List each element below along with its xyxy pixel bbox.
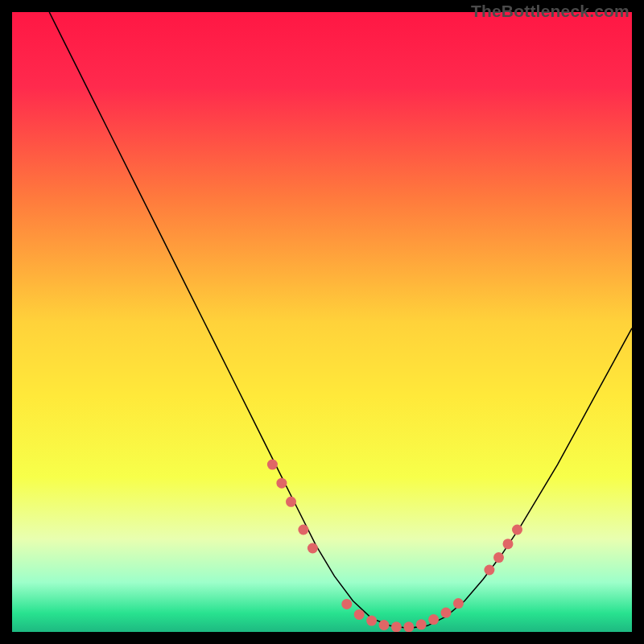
marker-dot [308, 543, 318, 554]
marker-dot [267, 460, 278, 470]
marker-dot [354, 609, 365, 620]
chart-area [12, 12, 632, 632]
chart-svg [12, 12, 632, 632]
marker-dot [453, 598, 464, 609]
marker-dot [403, 621, 414, 632]
marker-dot [341, 599, 352, 609]
marker-dot [512, 525, 522, 535]
marker-dot [416, 619, 427, 630]
marker-dot [379, 620, 390, 630]
marker-dot [484, 565, 494, 576]
marker-dot [286, 497, 296, 507]
marker-dot [391, 621, 402, 632]
marker-dot [298, 525, 308, 535]
marker-dot [366, 616, 377, 626]
marker-dot [503, 539, 514, 549]
marker-dot [428, 614, 439, 625]
marker-dot [276, 478, 287, 489]
marker-dot [441, 608, 452, 618]
gradient-bg [12, 12, 632, 632]
watermark-text: TheBottleneck.com [471, 2, 630, 21]
marker-dot [493, 552, 504, 563]
